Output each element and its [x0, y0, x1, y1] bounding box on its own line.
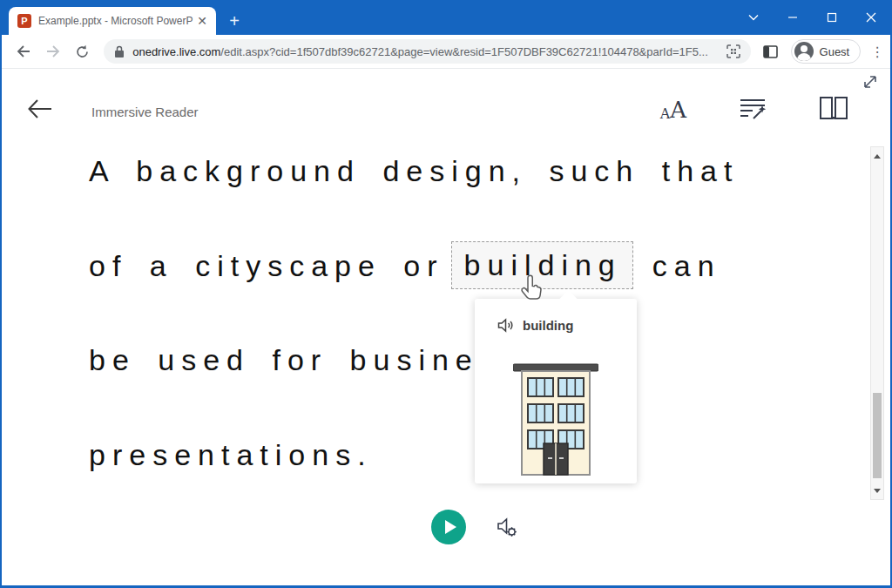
popup-word: building	[523, 318, 573, 333]
scroll-up-icon[interactable]	[871, 150, 883, 162]
expand-icon[interactable]	[861, 72, 883, 95]
maximize-icon[interactable]	[812, 0, 851, 35]
close-icon[interactable]	[851, 0, 890, 35]
profile-button[interactable]: Guest	[791, 39, 862, 64]
voice-settings-icon[interactable]	[493, 513, 521, 541]
tab-title: Example.pptx - Microsoft PowerP	[38, 15, 195, 27]
url-path: /edit.aspx?cid=1f507dbf39c62721&page=vie…	[220, 45, 707, 58]
reader-line-1: A background design, such that	[89, 152, 739, 189]
speaker-icon[interactable]	[497, 318, 514, 333]
minimize-icon[interactable]	[773, 0, 812, 35]
page-title: Immersive Reader	[91, 105, 199, 119]
popup-caret	[559, 290, 578, 308]
url-domain: onedrive.live.com	[132, 45, 220, 58]
play-icon	[445, 520, 456, 534]
text-preferences-icon[interactable]: AA	[660, 91, 686, 121]
reader-line-2-after: can	[652, 247, 721, 284]
avatar	[794, 42, 814, 61]
profile-label: Guest	[820, 45, 850, 58]
chevron-down-icon[interactable]	[733, 0, 773, 35]
titlebar: P Example.pptx - Microsoft PowerP ✕ +	[2, 0, 890, 35]
tab-close-icon[interactable]: ✕	[195, 14, 209, 28]
new-tab-button[interactable]: +	[225, 12, 244, 31]
reading-preferences-icon[interactable]	[819, 91, 848, 121]
hand-cursor-icon	[519, 274, 544, 301]
building-illustration	[513, 360, 598, 478]
reader-line-4: presentations.	[89, 436, 373, 473]
immersive-reader: Immersive Reader AA A background design,…	[2, 69, 890, 585]
address-bar[interactable]: onedrive.live.com/edit.aspx?cid=1f507dbf…	[104, 39, 751, 64]
reader-toolbar: AA	[660, 91, 848, 121]
frame-icon[interactable]	[725, 43, 742, 60]
powerpoint-icon: P	[17, 14, 31, 28]
side-panel-icon[interactable]	[756, 38, 786, 64]
browser-tab[interactable]: P Example.pptx - Microsoft PowerP ✕	[9, 7, 216, 35]
window-controls	[733, 0, 890, 35]
lock-icon	[114, 45, 125, 58]
popup-header: building	[497, 318, 573, 333]
scrollbar[interactable]	[870, 146, 884, 500]
url-text: onedrive.live.com/edit.aspx?cid=1f507dbf…	[132, 45, 725, 58]
reader-line-2-before: of a cityscape or	[89, 247, 444, 284]
reader-line-3: be used for business	[89, 341, 523, 378]
forward-icon[interactable]	[38, 38, 68, 64]
reader-line-2: of a cityscape or building can	[89, 241, 721, 289]
reload-icon[interactable]	[67, 38, 97, 64]
picture-dictionary-popup: building	[475, 299, 637, 483]
scrollbar-thumb[interactable]	[873, 393, 882, 478]
back-arrow-icon[interactable]	[26, 97, 54, 121]
back-icon[interactable]	[9, 38, 38, 64]
scroll-down-icon[interactable]	[871, 484, 883, 497]
kebab-menu-icon[interactable]: ⋮	[864, 38, 890, 64]
play-button[interactable]	[431, 510, 466, 544]
grammar-options-icon[interactable]	[739, 91, 767, 121]
browser-window: P Example.pptx - Microsoft PowerP ✕ +	[0, 0, 892, 588]
browser-toolbar: onedrive.live.com/edit.aspx?cid=1f507dbf…	[2, 35, 890, 69]
